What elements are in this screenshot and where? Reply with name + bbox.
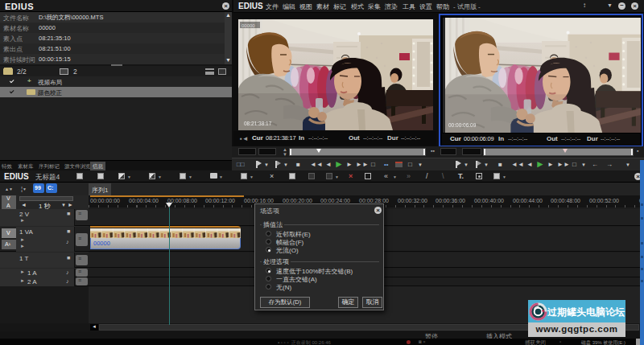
svg-text:08:21:38:17: 08:21:38:17 [244, 121, 272, 126]
svg-text:00000: 00000 [242, 23, 255, 28]
svg-text:00:00:06:09: 00:00:06:09 [448, 122, 477, 128]
